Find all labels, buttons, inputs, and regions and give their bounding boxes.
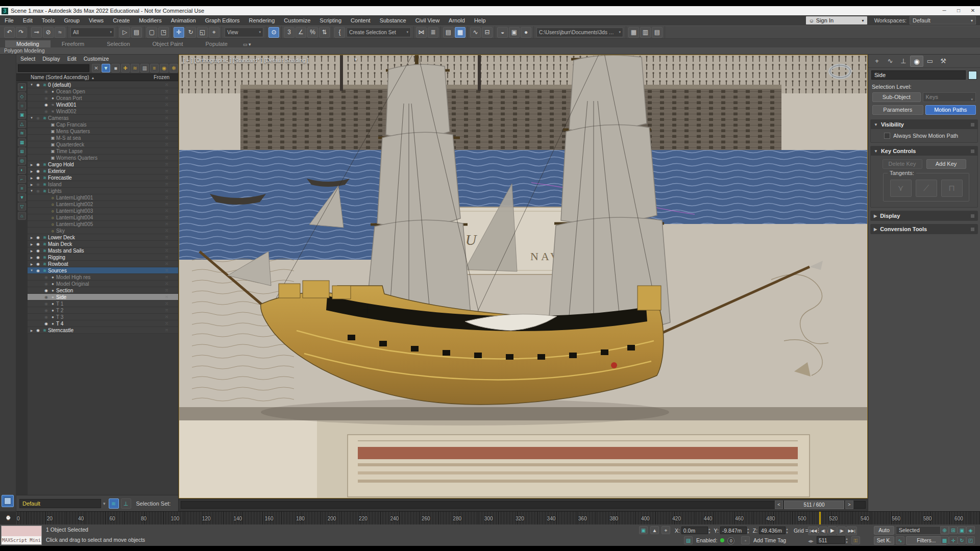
timeline-tick-580[interactable]: 580	[923, 516, 932, 521]
frozen-cell-icon[interactable]: ⁙	[156, 242, 178, 246]
visibility-eye-icon[interactable]: ◉	[35, 162, 41, 167]
display-cameras-icon[interactable]: ▣	[18, 111, 26, 119]
expander-icon[interactable]: ▶	[29, 163, 35, 166]
timeline-tick-280[interactable]: 280	[453, 516, 461, 521]
maxscript-mini-listener[interactable]: MAXScript Mini	[1, 525, 42, 545]
display-selection-icon[interactable]: ◎	[18, 157, 26, 165]
visibility-eye-icon[interactable]: ◉	[43, 315, 50, 319]
frozen-cell-icon[interactable]: ⁙	[156, 182, 178, 187]
select-rotate-icon[interactable]: ↻	[185, 27, 196, 38]
frozen-cell-icon[interactable]: ⁙	[156, 308, 178, 313]
frozen-cell-icon[interactable]: ⁙	[156, 328, 178, 333]
key-mode-curve-icon[interactable]: ∿	[896, 536, 904, 544]
expander-icon[interactable]: ▼	[29, 189, 35, 192]
display-lights-icon[interactable]: ☼	[18, 102, 26, 110]
viewport-canvas[interactable]: COU NAVIRE	[179, 55, 868, 498]
ribbon-panel-label[interactable]: Polygon Modeling	[0, 47, 980, 55]
window-crossing-icon[interactable]: ◳	[158, 27, 169, 38]
explorer-row-rowboat[interactable]: ▶◉≋Rowboat⁙	[28, 261, 178, 267]
sort-mode-icon[interactable]: ≡	[18, 184, 26, 192]
menu-content[interactable]: Content	[346, 15, 375, 26]
current-frame-marker[interactable]	[819, 512, 821, 525]
select-move-icon[interactable]: ✛	[174, 27, 184, 38]
explorer-menu-display[interactable]: Display	[42, 56, 60, 62]
zoom-all-icon[interactable]: ⊞	[949, 526, 958, 534]
explorer-row-sources[interactable]: ▼◉≋Sources⁙	[28, 267, 178, 274]
x-spinner[interactable]: ▲▼	[708, 528, 713, 535]
frozen-cell-icon[interactable]: ⁙	[156, 315, 178, 319]
visibility-eye-icon[interactable]: ◉	[43, 282, 50, 286]
percent-snap-icon[interactable]: %	[307, 27, 318, 38]
select-scale-icon[interactable]: ◱	[197, 27, 208, 38]
render-setup-icon[interactable]: ◒	[497, 27, 508, 38]
always-show-motion-path-checkbox[interactable]	[884, 133, 890, 139]
explorer-row-main-deck[interactable]: ▶◉≋Main Deck⁙	[28, 241, 178, 247]
maxscript-input-area[interactable]	[2, 526, 41, 536]
tab-freeform[interactable]: Freeform	[51, 40, 96, 47]
current-frame-field[interactable]: 511	[817, 536, 845, 544]
play-button[interactable]: ▶	[828, 526, 837, 535]
redo-icon[interactable]: ↷	[16, 27, 27, 38]
explorer-row-forecastle[interactable]: ▶◉≋Forecastle⁙	[28, 174, 178, 181]
timeline-tick-240[interactable]: 240	[390, 516, 399, 521]
timeline-tick-420[interactable]: 420	[672, 516, 681, 521]
key-controls-rollout-header[interactable]: ▼ Key Controls	[871, 146, 977, 156]
display-xrefs-icon[interactable]: ⊞	[18, 147, 26, 156]
object-name-field[interactable]: Side	[871, 70, 966, 80]
minimize-button[interactable]: ─	[937, 6, 951, 15]
frozen-cell-icon[interactable]: ⁙	[156, 103, 178, 107]
visibility-eye-icon[interactable]: ◉	[43, 321, 50, 326]
timeline-tick-520[interactable]: 520	[829, 516, 838, 521]
expander-icon[interactable]: ▶	[29, 242, 35, 246]
tab-modeling[interactable]: Modeling	[5, 40, 51, 47]
timeline-tick-220[interactable]: 220	[359, 516, 368, 521]
undo-icon[interactable]: ↶	[4, 27, 15, 38]
rendered-frame-icon[interactable]: ▣	[509, 27, 520, 38]
selection-filter-dropdown[interactable]: All▾	[70, 28, 114, 37]
expander-icon[interactable]: ▶	[29, 236, 35, 239]
isolate-selection-icon[interactable]: ▣	[639, 526, 648, 534]
explorer-row-lights[interactable]: ▼◉≋Lights⁙	[28, 188, 178, 194]
frozen-cell-icon[interactable]: ⁙	[156, 282, 178, 286]
timeline-tick-140[interactable]: 140	[233, 516, 242, 521]
bind-spacewarp-icon[interactable]: ≈	[55, 27, 65, 38]
frozen-cell-icon[interactable]: ⁙	[156, 202, 178, 207]
sign-in-button[interactable]: ☺ Sign In ▾	[806, 16, 867, 24]
next-frame-arrow[interactable]: >	[845, 500, 853, 509]
prev-frame-arrow[interactable]: <	[775, 500, 783, 509]
modify-tab[interactable]: ∿	[884, 56, 897, 67]
clear-search-icon[interactable]: ✕	[92, 64, 101, 72]
rect-selection-region-icon[interactable]: ▢	[146, 27, 157, 38]
explorer-row-t-2[interactable]: ◉●T 2⁙	[28, 307, 178, 314]
close-button[interactable]: ✕	[966, 6, 980, 15]
collapse-all-icon[interactable]: ≡	[150, 64, 159, 72]
motion-tab[interactable]: ◉	[910, 56, 923, 67]
use-pivot-center-icon[interactable]: ⊙	[268, 27, 279, 38]
time-slider[interactable]: < 511 / 600 >	[179, 498, 868, 511]
object-color-swatch[interactable]	[968, 71, 977, 80]
display-objects-icon[interactable]: ●	[18, 83, 26, 91]
frozen-cell-icon[interactable]: ⁙	[156, 215, 178, 220]
visibility-eye-icon[interactable]: ◉	[35, 268, 41, 273]
viewport[interactable]: COU NAVIRE	[179, 55, 868, 498]
visibility-eye-icon[interactable]: ◉	[43, 288, 50, 293]
explorer-row-ocean-open[interactable]: ◉●Ocean Open⁙	[28, 88, 178, 95]
explorer-row-wind002[interactable]: ◉≈Wind002⁙	[28, 108, 178, 115]
explorer-menu-customize[interactable]: Customize	[84, 56, 109, 62]
set-keys-icon[interactable]: ⚿	[851, 536, 860, 544]
display-filter-icon[interactable]: ▼	[102, 64, 110, 72]
explorer-row-sterncastle[interactable]: ▶◉≋Sterncastle⁙	[28, 327, 178, 334]
snap-toggle-icon[interactable]: 3	[284, 27, 295, 38]
link-icon[interactable]: ⊸	[31, 27, 42, 38]
timeline-tick-360[interactable]: 360	[578, 516, 587, 521]
select-object-icon[interactable]: ▷	[119, 27, 130, 38]
visibility-eye-icon[interactable]: ◉	[43, 302, 50, 306]
explorer-row-section[interactable]: ◉●Section⁙	[28, 287, 178, 294]
time-tag-cube-icon[interactable]: ◦	[741, 536, 750, 544]
timeline-tick-460[interactable]: 460	[735, 516, 744, 521]
filter-light-icon[interactable]: ▽	[18, 203, 26, 211]
timeline-tick-260[interactable]: 260	[422, 516, 430, 521]
current-frame-display[interactable]: 511 / 600	[784, 500, 844, 509]
visibility-eye-icon[interactable]: ◉	[35, 189, 41, 193]
frozen-cell-icon[interactable]: ⁙	[156, 195, 178, 200]
